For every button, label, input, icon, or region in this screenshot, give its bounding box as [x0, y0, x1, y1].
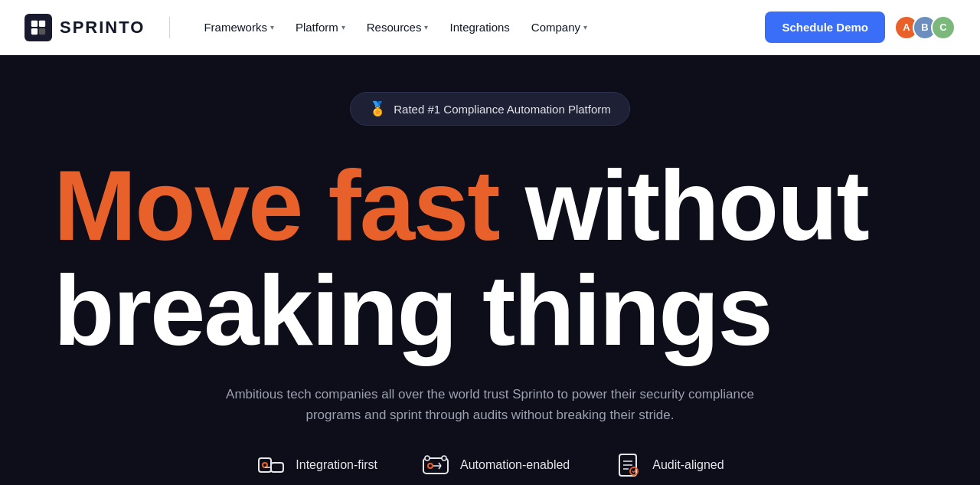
chevron-down-icon: ▾ [270, 23, 274, 31]
avatar-group: A B C [894, 15, 956, 40]
nav-divider [169, 17, 170, 38]
nav-label-resources: Resources [367, 21, 422, 34]
rated-badge: 🏅 Rated #1 Compliance Automation Platfor… [350, 92, 629, 126]
svg-point-14 [442, 456, 446, 460]
hero-section: 🏅 Rated #1 Compliance Automation Platfor… [0, 55, 980, 485]
logo-text: SPRINTO [60, 18, 145, 38]
avatar: C [931, 15, 956, 40]
feature-integration: Integration-first [256, 450, 377, 480]
headline-white-1: without [525, 149, 868, 261]
svg-rect-3 [39, 28, 45, 34]
automation-icon [420, 450, 451, 480]
svg-rect-2 [31, 28, 38, 34]
headline-line2: breaking things [54, 258, 926, 363]
nav-label-company: Company [531, 21, 580, 34]
nav-item-resources[interactable]: Resources ▾ [358, 15, 438, 40]
logo-icon [24, 14, 52, 41]
nav-item-frameworks[interactable]: Frameworks ▾ [194, 15, 283, 40]
features-row: Integration-first Automation-enabled [256, 450, 724, 480]
nav-item-platform[interactable]: Platform ▾ [286, 15, 354, 40]
nav-label-integrations: Integrations [449, 21, 509, 34]
svg-rect-5 [271, 463, 283, 472]
nav-item-integrations[interactable]: Integrations [440, 15, 518, 40]
audit-icon [612, 450, 643, 480]
feature-automation: Automation-enabled [420, 450, 570, 480]
headline-orange: Move fast [54, 149, 499, 261]
nav-item-company[interactable]: Company ▾ [522, 15, 596, 40]
svg-point-13 [425, 456, 430, 460]
chevron-down-icon: ▾ [424, 23, 428, 31]
logo[interactable]: SPRINTO [24, 14, 145, 41]
feature-automation-label: Automation-enabled [460, 458, 570, 472]
schedule-demo-button[interactable]: Schedule Demo [765, 11, 885, 43]
badge-text: Rated #1 Compliance Automation Platform [394, 103, 610, 116]
feature-audit: Audit-aligned [612, 450, 724, 480]
badge-icon: 🏅 [369, 100, 386, 117]
hero-headline: Move fast without breaking things [54, 153, 926, 362]
svg-point-9 [428, 464, 433, 468]
svg-rect-1 [39, 20, 45, 26]
feature-audit-label: Audit-aligned [652, 458, 724, 472]
feature-integration-label: Integration-first [296, 458, 377, 472]
nav-label-platform: Platform [296, 21, 338, 34]
navbar: SPRINTO Frameworks ▾ Platform ▾ Resource… [0, 0, 980, 55]
svg-rect-0 [31, 20, 38, 26]
nav-label-frameworks: Frameworks [204, 21, 267, 34]
integration-icon [256, 450, 286, 480]
svg-rect-4 [259, 458, 271, 472]
navbar-left: SPRINTO Frameworks ▾ Platform ▾ Resource… [24, 14, 596, 41]
headline-line1: Move fast without [54, 153, 926, 258]
svg-point-6 [263, 463, 267, 467]
navbar-right: Schedule Demo A B C [765, 11, 956, 43]
nav-links: Frameworks ▾ Platform ▾ Resources ▾ Inte… [194, 15, 596, 40]
chevron-down-icon: ▾ [341, 23, 345, 31]
chevron-down-icon: ▾ [583, 23, 587, 31]
hero-subtext: Ambitious tech companies all over the wo… [199, 384, 781, 425]
